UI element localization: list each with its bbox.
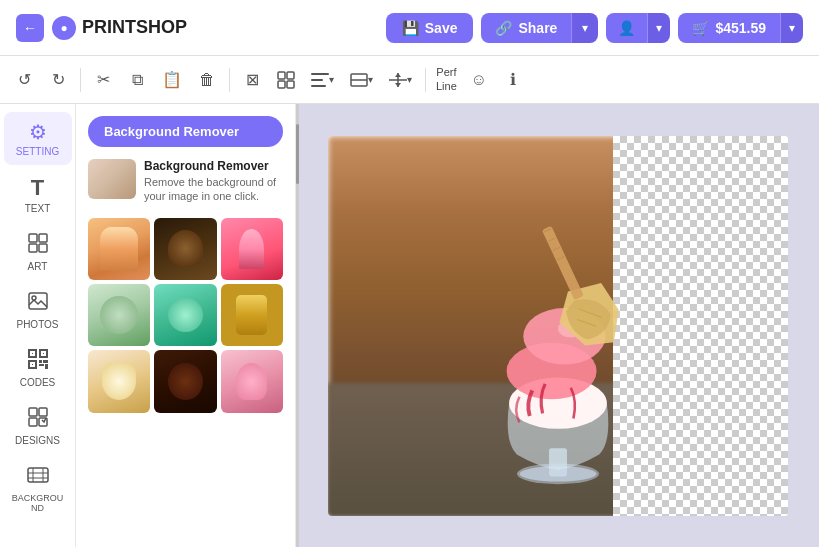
image-grid <box>88 218 283 413</box>
shape-button[interactable]: ▾ <box>343 64 380 96</box>
background-icon <box>27 464 49 491</box>
svg-marker-12 <box>395 83 401 87</box>
cart-icon: 🛒 <box>692 20 709 36</box>
sidebar: ⚙ SETTING T TEXT ART <box>0 104 76 547</box>
designs-icon <box>27 406 49 433</box>
list-item[interactable] <box>221 284 283 346</box>
spacing-icon <box>389 73 407 87</box>
sidebar-item-codes[interactable]: CODES <box>4 340 72 396</box>
art-icon <box>27 232 49 259</box>
cart-dropdown-button[interactable]: ▾ <box>780 13 803 43</box>
sidebar-item-background[interactable]: BACKGROUND <box>4 456 72 521</box>
sidebar-item-art[interactable]: ART <box>4 224 72 280</box>
list-item[interactable] <box>154 350 216 412</box>
toolbar-divider-2 <box>229 68 230 92</box>
emoji-button[interactable]: ☺ <box>463 64 495 96</box>
svg-rect-1 <box>287 72 294 79</box>
svg-rect-32 <box>29 408 37 416</box>
sidebar-item-photos[interactable]: PHOTOS <box>4 282 72 338</box>
crop-button[interactable]: ⊠ <box>236 64 268 96</box>
user-dropdown-button[interactable]: ▾ <box>647 13 670 43</box>
redo-button[interactable]: ↻ <box>42 64 74 96</box>
svg-rect-13 <box>29 234 37 242</box>
svg-rect-51 <box>541 225 583 299</box>
cut-button[interactable]: ✂ <box>87 64 119 96</box>
save-button[interactable]: 💾 Save <box>386 13 474 43</box>
photos-icon <box>27 290 49 317</box>
cart-group: 🛒 $451.59 ▾ <box>678 13 803 43</box>
list-item[interactable] <box>88 218 150 280</box>
scroll-track[interactable] <box>296 104 299 547</box>
undo-button[interactable]: ↺ <box>8 64 40 96</box>
sidebar-item-designs[interactable]: DESIGNS <box>4 398 72 454</box>
svg-marker-11 <box>395 73 401 77</box>
svg-rect-27 <box>32 364 33 365</box>
header-right: 💾 Save 🔗 Share ▾ 👤 ▾ 🛒 $451.59 ▾ <box>386 13 803 43</box>
cart-button[interactable]: 🛒 $451.59 <box>678 13 780 43</box>
share-icon: 🔗 <box>495 20 512 36</box>
cart-label: $451.59 <box>715 20 766 36</box>
list-item[interactable] <box>221 350 283 412</box>
sidebar-item-setting[interactable]: ⚙ SETTING <box>4 112 72 165</box>
info-button[interactable]: ℹ <box>497 64 529 96</box>
svg-rect-3 <box>287 81 294 88</box>
header-left: ← ● PRINTSHOP <box>16 14 187 42</box>
perf-line-label: Perf Line <box>432 66 461 92</box>
svg-rect-16 <box>39 244 47 252</box>
share-group: 🔗 Share ▾ <box>481 13 598 43</box>
copy-button[interactable]: ⧉ <box>121 64 153 96</box>
group-icon <box>277 71 295 89</box>
save-icon: 💾 <box>402 20 419 36</box>
svg-rect-6 <box>311 85 326 87</box>
delete-button[interactable]: 🗑 <box>191 64 223 96</box>
svg-rect-34 <box>29 418 37 426</box>
scroll-thumb[interactable] <box>296 124 299 184</box>
canvas-container <box>328 136 788 516</box>
toolbar-divider-1 <box>80 68 81 92</box>
bg-remover-thumbnail <box>88 159 136 199</box>
list-item[interactable] <box>154 218 216 280</box>
share-label: Share <box>518 20 557 36</box>
canvas-area <box>296 104 819 547</box>
ice-cream-image <box>408 146 708 506</box>
bg-remover-text: Background Remover Remove the background… <box>144 159 283 204</box>
svg-rect-24 <box>43 353 44 354</box>
svg-rect-15 <box>29 244 37 252</box>
logo-icon: ● <box>52 16 76 40</box>
list-item[interactable] <box>221 218 283 280</box>
paste-button[interactable]: 📋 <box>155 64 189 96</box>
svg-rect-5 <box>311 79 323 81</box>
save-label: Save <box>425 20 458 36</box>
back-button[interactable]: ← <box>16 14 44 42</box>
main-layout: ⚙ SETTING T TEXT ART <box>0 104 819 547</box>
svg-rect-30 <box>39 364 44 366</box>
svg-rect-31 <box>45 364 48 369</box>
svg-rect-29 <box>43 360 48 363</box>
user-group: 👤 ▾ <box>606 13 670 43</box>
align-button[interactable]: ▾ <box>304 64 341 96</box>
panel: Background Remover Background Remover Re… <box>76 104 296 547</box>
share-button[interactable]: 🔗 Share <box>481 13 571 43</box>
svg-rect-28 <box>39 360 42 363</box>
user-button[interactable]: 👤 <box>606 13 647 43</box>
header: ← ● PRINTSHOP 💾 Save 🔗 Share ▾ 👤 ▾ 🛒 $45… <box>0 0 819 56</box>
group-button[interactable] <box>270 64 302 96</box>
list-item[interactable] <box>88 350 150 412</box>
svg-rect-4 <box>311 73 329 75</box>
share-dropdown-button[interactable]: ▾ <box>571 13 598 43</box>
svg-rect-21 <box>32 353 33 354</box>
spacing-button[interactable]: ▾ <box>382 64 419 96</box>
svg-rect-14 <box>39 234 47 242</box>
svg-rect-36 <box>28 468 48 482</box>
svg-rect-33 <box>39 408 47 416</box>
list-item[interactable] <box>154 284 216 346</box>
svg-rect-2 <box>278 81 285 88</box>
svg-rect-17 <box>29 293 47 309</box>
setting-icon: ⚙ <box>29 120 47 144</box>
sidebar-item-text[interactable]: T TEXT <box>4 167 72 222</box>
background-remover-button[interactable]: Background Remover <box>88 116 283 147</box>
codes-icon <box>27 348 49 375</box>
list-item[interactable] <box>88 284 150 346</box>
text-icon: T <box>31 175 44 201</box>
toolbar-divider-3 <box>425 68 426 92</box>
